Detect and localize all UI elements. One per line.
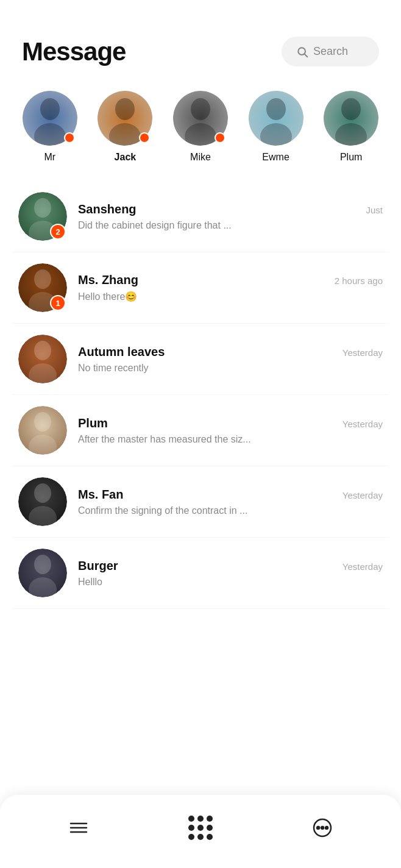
story-avatar-wrap bbox=[173, 91, 228, 146]
page-title: Message bbox=[22, 37, 126, 66]
message-time: Just bbox=[366, 205, 383, 215]
message-item-plum2[interactable]: PlumYesterdayAfter the master has measur… bbox=[12, 395, 389, 466]
message-sender-name: Ms. Fan bbox=[78, 488, 123, 502]
message-content: PlumYesterdayAfter the master has measur… bbox=[78, 416, 383, 445]
svg-point-44 bbox=[34, 555, 51, 574]
message-content: BurgerYesterdayHelllo bbox=[78, 559, 383, 588]
message-content: Autumn leavesYesterdayNo time recently bbox=[78, 345, 383, 374]
grid-button[interactable] bbox=[182, 809, 219, 846]
message-item-burger[interactable]: BurgerYesterdayHelllo bbox=[12, 538, 389, 609]
story-avatar-wrap bbox=[98, 91, 152, 146]
story-item-mr[interactable]: Mr bbox=[20, 91, 80, 163]
message-badge: 1 bbox=[50, 295, 66, 311]
svg-point-36 bbox=[34, 412, 51, 432]
message-top-row: Autumn leavesYesterday bbox=[78, 345, 383, 359]
message-time: 2 hours ago bbox=[335, 276, 383, 286]
message-item-mszhang[interactable]: 1Ms. Zhang2 hours agoHello there😊 bbox=[12, 252, 389, 324]
menu-icon bbox=[68, 817, 89, 838]
message-time: Yesterday bbox=[342, 347, 383, 358]
search-label: Search bbox=[313, 45, 348, 58]
message-preview: Did the cabinet design figure that ... bbox=[78, 220, 383, 231]
story-item-plum[interactable]: Plum bbox=[321, 91, 381, 163]
svg-point-4 bbox=[40, 98, 60, 120]
message-item-sansheng[interactable]: 2SanshengJustDid the cabinet design figu… bbox=[12, 181, 389, 252]
more-button[interactable] bbox=[306, 811, 339, 844]
message-preview: After the master has measured the siz... bbox=[78, 434, 383, 445]
story-name: Plum bbox=[340, 152, 362, 163]
story-item-mike[interactable]: Mike bbox=[170, 91, 231, 163]
message-avatar-wrap: 2 bbox=[18, 192, 67, 241]
story-online-dot bbox=[64, 132, 75, 143]
svg-point-20 bbox=[341, 98, 361, 120]
story-name: Mr bbox=[44, 152, 55, 163]
svg-line-1 bbox=[305, 54, 308, 57]
message-top-row: BurgerYesterday bbox=[78, 559, 383, 573]
story-name: Ewme bbox=[262, 152, 289, 163]
story-avatar-ewme bbox=[249, 91, 303, 146]
svg-point-50 bbox=[317, 827, 319, 829]
story-online-dot bbox=[139, 132, 150, 143]
message-item-autumn[interactable]: Autumn leavesYesterdayNo time recently bbox=[12, 324, 389, 395]
more-icon bbox=[312, 817, 333, 838]
message-top-row: PlumYesterday bbox=[78, 416, 383, 430]
message-avatar-wrap bbox=[18, 549, 67, 597]
svg-point-24 bbox=[34, 198, 51, 218]
message-avatar-wrap bbox=[18, 335, 67, 383]
menu-button[interactable] bbox=[62, 811, 95, 844]
bottom-nav bbox=[0, 795, 401, 868]
message-sender-name: Plum bbox=[78, 416, 108, 430]
message-item-msfan[interactable]: Ms. FanYesterdayConfirm the signing of t… bbox=[12, 466, 389, 538]
message-time: Yesterday bbox=[342, 419, 383, 429]
message-preview: Helllo bbox=[78, 577, 383, 588]
message-list: 2SanshengJustDid the cabinet design figu… bbox=[0, 181, 401, 609]
story-online-dot bbox=[215, 132, 225, 143]
search-icon bbox=[296, 46, 308, 58]
story-avatar-wrap bbox=[23, 91, 77, 146]
story-avatar-wrap bbox=[324, 91, 378, 146]
svg-point-52 bbox=[325, 827, 328, 829]
message-avatar-wrap: 1 bbox=[18, 263, 67, 312]
svg-point-12 bbox=[191, 98, 210, 120]
message-avatar-msfan bbox=[18, 477, 67, 526]
story-item-jack[interactable]: Jack bbox=[94, 91, 155, 163]
svg-point-40 bbox=[34, 483, 51, 503]
svg-point-8 bbox=[115, 98, 135, 120]
message-avatar-wrap bbox=[18, 477, 67, 526]
message-preview: Confirm the signing of the contract in .… bbox=[78, 505, 383, 516]
svg-point-16 bbox=[266, 98, 286, 120]
message-preview: Hello there😊 bbox=[78, 291, 383, 302]
svg-point-28 bbox=[34, 269, 51, 289]
stories-row: Mr Jack bbox=[0, 79, 401, 181]
story-avatar-wrap bbox=[249, 91, 303, 146]
message-badge: 2 bbox=[50, 224, 66, 240]
message-avatar-plum2 bbox=[18, 406, 67, 455]
message-sender-name: Ms. Zhang bbox=[78, 273, 138, 287]
message-top-row: Ms. FanYesterday bbox=[78, 488, 383, 502]
message-content: Ms. Zhang2 hours agoHello there😊 bbox=[78, 273, 383, 302]
message-avatar-burger bbox=[18, 549, 67, 597]
message-sender-name: Autumn leaves bbox=[78, 345, 165, 359]
header: Message Search bbox=[0, 0, 401, 79]
svg-point-51 bbox=[321, 827, 324, 829]
search-button[interactable]: Search bbox=[282, 37, 379, 66]
message-avatar-wrap bbox=[18, 406, 67, 455]
message-time: Yesterday bbox=[342, 561, 383, 572]
svg-point-32 bbox=[34, 341, 51, 360]
message-time: Yesterday bbox=[342, 490, 383, 500]
story-avatar-plum bbox=[324, 91, 378, 146]
message-sender-name: Burger bbox=[78, 559, 118, 573]
story-name: Jack bbox=[115, 152, 137, 163]
message-top-row: SanshengJust bbox=[78, 202, 383, 216]
grid-icon bbox=[188, 816, 213, 840]
message-content: SanshengJustDid the cabinet design figur… bbox=[78, 202, 383, 231]
message-top-row: Ms. Zhang2 hours ago bbox=[78, 273, 383, 287]
message-sender-name: Sansheng bbox=[78, 202, 137, 216]
story-item-ewme[interactable]: Ewme bbox=[246, 91, 307, 163]
message-content: Ms. FanYesterdayConfirm the signing of t… bbox=[78, 488, 383, 516]
message-preview: No time recently bbox=[78, 363, 383, 374]
story-name: Mike bbox=[190, 152, 211, 163]
message-avatar-autumn bbox=[18, 335, 67, 383]
